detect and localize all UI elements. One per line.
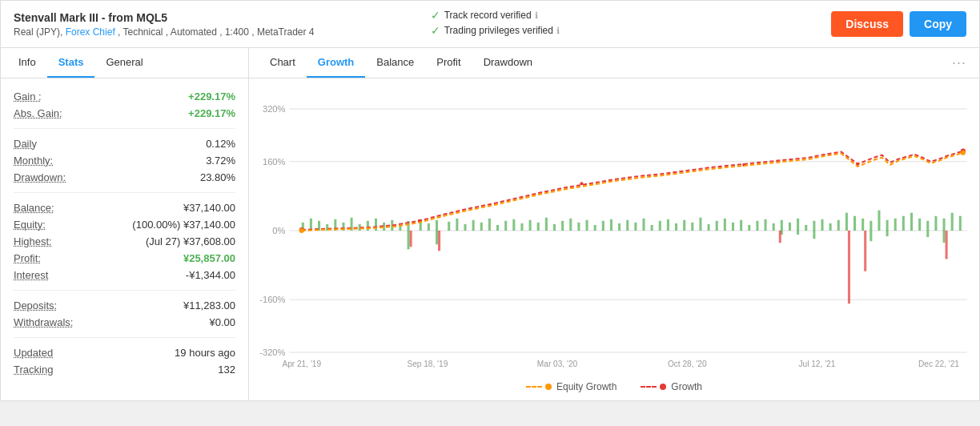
stat-drawdown: Drawdown: 23.80%: [14, 169, 235, 186]
header: Stenvall Mark III - from MQL5 Real (JPY)…: [1, 1, 979, 48]
chart-tab-balance[interactable]: Balance: [365, 48, 425, 78]
svg-text:320%: 320%: [263, 104, 286, 114]
svg-rect-91: [918, 219, 921, 231]
track-record-verified: ✓ Track record verified ℹ: [431, 9, 832, 22]
balance-value: ¥37,140.00: [183, 202, 235, 214]
forex-link[interactable]: Forex Chief: [66, 26, 115, 38]
withdrawals-value: ¥0.00: [209, 316, 235, 328]
left-panel: Info Stats General Gain : +229.17% Abs. …: [1, 48, 249, 400]
drawdown-value: 23.80%: [200, 171, 235, 183]
info-icon-1[interactable]: ℹ: [535, 10, 538, 21]
svg-text:-160%: -160%: [259, 295, 285, 304]
balance-label: Balance:: [14, 202, 54, 214]
chart-tab-chart[interactable]: Chart: [259, 48, 307, 78]
chart-tab-growth[interactable]: Growth: [307, 48, 366, 78]
svg-text:Mar 03, '20: Mar 03, '20: [537, 360, 578, 368]
tab-info[interactable]: Info: [7, 48, 47, 78]
svg-rect-43: [529, 220, 532, 231]
stat-interest: Interest -¥1,344.00: [14, 267, 235, 283]
trading-privileges-verified: ✓ Trading privileges verified ℹ: [431, 24, 832, 37]
svg-rect-97: [410, 231, 412, 247]
svg-rect-88: [894, 219, 897, 231]
svg-rect-93: [934, 216, 937, 231]
svg-rect-69: [740, 220, 742, 231]
svg-rect-87: [886, 220, 889, 236]
chart-legend: Equity Growth Growth: [249, 375, 979, 400]
tab-stats[interactable]: Stats: [47, 48, 95, 78]
profit-value: ¥25,857.00: [183, 252, 235, 264]
divider-3: [14, 290, 235, 291]
updated-value: 19 hours ago: [175, 347, 235, 359]
stats-panel: Gain : +229.17% Abs. Gain: +229.17% Dail…: [1, 78, 248, 388]
svg-rect-66: [716, 221, 718, 231]
svg-rect-53: [610, 219, 612, 231]
svg-rect-101: [864, 231, 866, 271]
copy-button[interactable]: Copy: [910, 11, 966, 37]
svg-rect-44: [537, 223, 540, 231]
abs-gain-label: Abs. Gain:: [14, 107, 62, 119]
svg-rect-39: [496, 225, 499, 231]
svg-rect-98: [438, 231, 440, 251]
svg-text:Apr 21, '19: Apr 21, '19: [282, 360, 321, 368]
svg-rect-99: [779, 231, 781, 243]
svg-rect-25: [375, 219, 377, 231]
equity-value: (100.00%) ¥37,140.00: [132, 219, 235, 231]
svg-rect-100: [848, 231, 850, 303]
svg-rect-45: [545, 218, 548, 231]
header-subtitle: Real (JPY), Forex Chief , Technical , Au…: [14, 26, 415, 38]
equity-label: Equity:: [14, 219, 46, 231]
interest-value: -¥1,344.00: [186, 269, 235, 281]
svg-rect-57: [642, 219, 645, 231]
stat-equity: Equity: (100.00%) ¥37,140.00: [14, 216, 235, 233]
svg-rect-71: [756, 221, 758, 231]
discuss-button[interactable]: Discuss: [831, 11, 903, 37]
svg-rect-60: [667, 219, 669, 231]
deposits-label: Deposits:: [14, 299, 57, 311]
svg-rect-75: [789, 223, 791, 231]
svg-rect-80: [829, 223, 832, 231]
left-tabs: Info Stats General: [1, 48, 248, 78]
svg-rect-50: [586, 220, 588, 231]
app-container: Stenvall Mark III - from MQL5 Real (JPY)…: [0, 0, 980, 401]
stat-monthly: Monthly: 3.72%: [14, 152, 235, 169]
svg-rect-52: [602, 221, 604, 231]
highest-value: (Jul 27) ¥37,608.00: [146, 235, 235, 247]
gain-value: +229.17%: [188, 90, 235, 102]
svg-rect-49: [577, 223, 580, 231]
tracking-label: Tracking: [14, 364, 53, 376]
stat-profit: Profit: ¥25,857.00: [14, 250, 235, 267]
svg-rect-68: [732, 223, 734, 231]
svg-rect-55: [626, 220, 629, 231]
chart-more-button[interactable]: ···: [949, 48, 970, 78]
svg-text:-320%: -320%: [259, 348, 285, 357]
svg-text:Oct 28, '20: Oct 28, '20: [668, 360, 707, 368]
svg-rect-35: [464, 224, 466, 231]
svg-text:Jul 12, '21: Jul 12, '21: [798, 360, 835, 368]
svg-rect-56: [634, 223, 637, 231]
svg-rect-48: [569, 219, 572, 231]
svg-point-109: [299, 228, 304, 233]
svg-rect-67: [724, 219, 726, 231]
svg-rect-63: [691, 223, 693, 231]
svg-rect-81: [837, 220, 840, 231]
svg-point-105: [580, 182, 583, 185]
svg-rect-92: [926, 221, 929, 237]
svg-rect-72: [765, 219, 767, 231]
gain-label: Gain :: [14, 90, 42, 102]
svg-rect-77: [805, 225, 807, 231]
svg-rect-46: [553, 224, 556, 231]
chart-tab-profit[interactable]: Profit: [425, 48, 472, 78]
withdrawals-label: Withdrawals:: [14, 316, 73, 328]
svg-rect-95: [951, 213, 954, 231]
header-buttons: Discuss Copy: [831, 11, 966, 37]
tab-general[interactable]: General: [94, 48, 154, 78]
svg-rect-24: [367, 221, 369, 231]
monthly-label: Monthly:: [14, 155, 53, 167]
info-icon-2[interactable]: ℹ: [556, 26, 560, 36]
interest-label: Interest: [14, 269, 48, 281]
svg-rect-37: [480, 223, 483, 231]
stat-highest: Highest: (Jul 27) ¥37,608.00: [14, 233, 235, 250]
chart-tab-drawdown[interactable]: Drawdown: [472, 48, 544, 78]
svg-rect-40: [504, 221, 507, 231]
deposits-value: ¥11,283.00: [183, 299, 235, 311]
